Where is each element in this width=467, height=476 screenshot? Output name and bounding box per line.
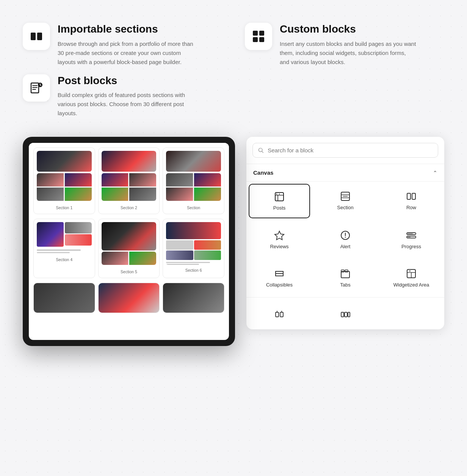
thumb-4 bbox=[65, 188, 92, 201]
partial-7-content bbox=[34, 283, 95, 313]
section-4-image bbox=[37, 222, 92, 254]
thumb-1 bbox=[37, 173, 64, 186]
custom-blocks-icon-box bbox=[245, 23, 272, 50]
chevron-up-icon[interactable]: ⌃ bbox=[433, 170, 437, 176]
s5-thumb-2 bbox=[129, 252, 156, 265]
svg-rect-50 bbox=[341, 312, 344, 317]
s6-t4 bbox=[194, 251, 221, 260]
custom-blocks-desc: Insert any custom blocks and build pages… bbox=[280, 39, 416, 67]
section-4-label: Section 4 bbox=[37, 257, 92, 263]
search-icon bbox=[258, 147, 264, 153]
partial-card-8[interactable] bbox=[98, 283, 160, 313]
importable-sections-icon-box bbox=[23, 23, 50, 50]
bottom-section: Section 1 bbox=[23, 137, 444, 346]
page-wrapper: Importable sections Browse through and p… bbox=[0, 0, 467, 361]
s6-txt-2 bbox=[166, 264, 199, 265]
s6-t1 bbox=[166, 240, 193, 250]
search-input-wrapper[interactable] bbox=[252, 143, 438, 158]
section-card-5[interactable]: Section 5 bbox=[98, 219, 160, 278]
s3-thumb-1 bbox=[166, 173, 193, 186]
s6-t2 bbox=[194, 240, 221, 250]
s4-text-rows bbox=[37, 248, 92, 254]
block-item-section[interactable]: Section bbox=[315, 184, 376, 218]
s3-thumb-3 bbox=[166, 188, 193, 201]
tabs-icon bbox=[340, 268, 351, 279]
block-item-collapsibles[interactable]: Collapsibles bbox=[249, 261, 310, 295]
section-2-image bbox=[102, 151, 157, 202]
block-item-extra-1[interactable] bbox=[249, 302, 310, 327]
section-2-thumbs bbox=[102, 173, 157, 201]
post-icon bbox=[30, 81, 43, 95]
partial-8-content bbox=[99, 283, 160, 313]
importable-sections-text: Importable sections Browse through and p… bbox=[58, 23, 194, 67]
block-picker-panel: Canvas ⌃ Posts bbox=[246, 137, 444, 329]
s2-thumb-2 bbox=[129, 173, 156, 186]
post-blocks-title: Post blocks bbox=[58, 74, 194, 87]
s4-side-2 bbox=[65, 234, 92, 246]
section-icon bbox=[340, 191, 351, 202]
posts-icon bbox=[274, 191, 285, 202]
svg-rect-25 bbox=[412, 193, 415, 199]
alert-label: Alert bbox=[340, 244, 351, 249]
block-item-tabs[interactable]: Tabs bbox=[315, 261, 376, 295]
section-6-image bbox=[166, 222, 221, 265]
s4-side-1 bbox=[65, 222, 92, 233]
section-card-3[interactable]: Section bbox=[163, 147, 224, 214]
section-6-layout bbox=[166, 222, 221, 265]
svg-rect-47 bbox=[280, 312, 283, 317]
section-1-thumbs bbox=[37, 173, 92, 201]
svg-rect-52 bbox=[348, 312, 350, 317]
search-input[interactable] bbox=[268, 147, 433, 153]
collapsibles-icon bbox=[274, 268, 285, 279]
post-blocks-desc: Build complex grids of featured posts se… bbox=[58, 91, 194, 118]
feature-custom-blocks: Custom blocks Insert any custom blocks a… bbox=[245, 23, 444, 67]
tablet-frame: Section 1 bbox=[23, 137, 235, 346]
section-card-4[interactable]: Section 4 bbox=[33, 219, 95, 278]
tablet-screen: Section 1 bbox=[29, 143, 229, 340]
progress-label: Progress bbox=[401, 244, 421, 249]
panels-icon bbox=[30, 30, 43, 43]
s6-thumb-grid bbox=[166, 240, 221, 260]
blocks-grid-2 bbox=[246, 297, 444, 329]
alert-icon bbox=[340, 230, 351, 241]
section-5-hero bbox=[102, 222, 157, 251]
section-1-image bbox=[37, 151, 92, 202]
partial-card-7[interactable] bbox=[33, 283, 95, 313]
feature-importable-sections: Importable sections Browse through and p… bbox=[23, 23, 222, 67]
s2-thumb-4 bbox=[129, 188, 156, 201]
s3-thumb-2 bbox=[194, 173, 221, 186]
block-item-progress[interactable]: Progress bbox=[381, 223, 442, 257]
block-item-row[interactable]: Row bbox=[381, 184, 442, 218]
section-card-6[interactable]: Section 6 bbox=[163, 219, 224, 278]
row-label: Row bbox=[406, 205, 416, 210]
post-blocks-icon-box bbox=[23, 74, 50, 102]
section-2-hero bbox=[102, 151, 157, 172]
section-1-hero bbox=[37, 151, 92, 172]
svg-rect-0 bbox=[31, 33, 36, 40]
section-3-thumbs bbox=[166, 173, 221, 201]
custom-blocks-title: Custom blocks bbox=[280, 23, 416, 36]
block-item-posts[interactable]: Posts bbox=[249, 184, 310, 218]
s2-thumb-1 bbox=[102, 173, 129, 186]
extra-block-icon-1 bbox=[274, 309, 285, 320]
post-blocks-text: Post blocks Build complex grids of featu… bbox=[58, 74, 194, 118]
s6-text-rows bbox=[166, 262, 221, 265]
block-item-reviews[interactable]: Reviews bbox=[249, 223, 310, 257]
block-item-extra-2[interactable] bbox=[315, 302, 376, 327]
section-5-thumbs bbox=[102, 252, 157, 265]
svg-rect-2 bbox=[253, 31, 258, 36]
block-item-widgetized-area[interactable]: Widgetized Area bbox=[381, 261, 442, 295]
section-card-2[interactable]: Section 2 bbox=[98, 147, 160, 214]
block-item-alert[interactable]: Alert bbox=[315, 223, 376, 257]
svg-rect-46 bbox=[276, 312, 279, 317]
svg-rect-1 bbox=[37, 33, 42, 40]
partial-card-9[interactable] bbox=[163, 283, 224, 313]
widgetized-area-label: Widgetized Area bbox=[393, 282, 429, 288]
section-card-1[interactable]: Section 1 bbox=[33, 147, 95, 214]
s6-hero bbox=[166, 222, 221, 239]
thumb-3 bbox=[37, 188, 64, 201]
custom-blocks-text: Custom blocks Insert any custom blocks a… bbox=[280, 23, 416, 67]
grid-icon bbox=[252, 30, 265, 43]
s4-main-thumb bbox=[37, 222, 64, 247]
section-1-label: Section 1 bbox=[37, 205, 92, 211]
